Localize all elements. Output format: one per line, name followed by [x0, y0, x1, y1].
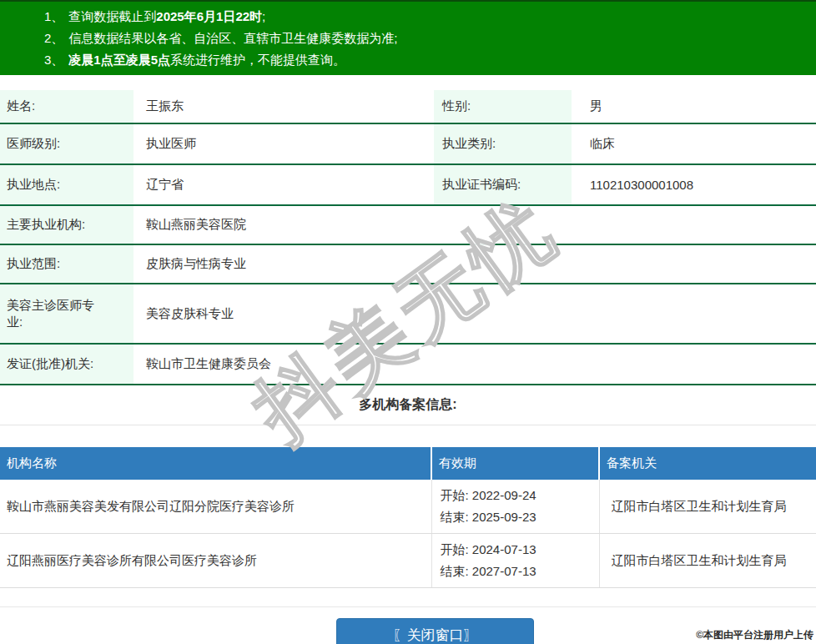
name-value: 王振东 [133, 90, 434, 123]
issuer-value: 鞍山市卫生健康委员会 [133, 344, 816, 385]
notice-number: 1、 [44, 9, 63, 23]
table-row: 鞍山市燕丽美容美发有限公司辽阳分院医疗美容诊所 开始: 2022-09-24 结… [0, 480, 816, 534]
gender-label: 性别: [434, 90, 572, 123]
issuer-label: 发证(批准)机关: [0, 344, 133, 385]
main-org-value: 鞍山燕丽美容医院 [133, 205, 816, 244]
main-org-label: 主要执业机构: [0, 205, 133, 244]
table-row: 美容主诊医师专业: 美容皮肤科专业 [0, 284, 816, 344]
close-window-button[interactable]: 〖关闭窗口〗 [336, 618, 534, 644]
org-name: 辽阳燕丽医疗美容诊所有限公司医疗美容诊所 [0, 534, 431, 588]
multi-org-section-title: 多机构备案信息: [0, 385, 816, 425]
cosmetic-specialty-label-text: 美容主诊医师专业: [7, 297, 103, 330]
table-row: 发证(批准)机关: 鞍山市卫生健康委员会 [0, 344, 816, 385]
name-label: 姓名: [0, 90, 133, 123]
notice-text: 查询数据截止到 [68, 9, 156, 23]
gender-value: 男 [572, 90, 816, 123]
scope-label: 执业范围: [0, 244, 133, 284]
scope-value: 皮肤病与性病专业 [133, 244, 816, 284]
filing-table: 机构名称 有效期 备案机关 鞍山市燕丽美容美发有限公司辽阳分院医疗美容诊所 开始… [0, 447, 816, 588]
notice-text: 信息数据结果以各省、自治区、直辖市卫生健康委数据为准; [68, 31, 397, 45]
table-row: 主要执业机构: 鞍山燕丽美容医院 [0, 205, 816, 244]
filing-header-authority: 备案机关 [599, 447, 816, 480]
notice-text: 系统进行维护，不能提供查询。 [170, 53, 345, 67]
notice-item-3: 3、凌晨1点至凌晨5点系统进行维护，不能提供查询。 [0, 49, 816, 71]
table-row: 执业地点: 辽宁省 执业证书编码: 110210300001008 [0, 164, 816, 205]
filing-header-row: 机构名称 有效期 备案机关 [0, 447, 816, 480]
notice-item-2: 2、信息数据结果以各省、自治区、直辖市卫生健康委数据为准; [0, 28, 816, 49]
category-label: 执业类别: [434, 123, 572, 164]
validity-period: 开始: 2022-09-24 结束: 2025-09-23 [431, 480, 599, 534]
cosmetic-specialty-label: 美容主诊医师专业: [0, 284, 133, 344]
notice-banner: 1、查询数据截止到2025年6月1日22时; 2、信息数据结果以各省、自治区、直… [0, 0, 816, 75]
location-value: 辽宁省 [133, 164, 434, 205]
notice-number: 2、 [44, 31, 63, 45]
location-label: 执业地点: [0, 164, 133, 205]
filing-header-org: 机构名称 [0, 447, 431, 480]
upload-credit: ©本图由平台注册用户上传 [696, 628, 813, 642]
filing-authority: 辽阳市白塔区卫生和计划生育局 [599, 534, 816, 588]
validity-end: 结束: 2025-09-23 [441, 506, 592, 528]
notice-text: ; [262, 9, 265, 23]
table-row: 多机构备案信息: [0, 385, 816, 425]
validity-period: 开始: 2024-07-13 结束: 2027-07-13 [431, 534, 599, 588]
validity-start: 开始: 2024-07-13 [441, 539, 592, 561]
level-value: 执业医师 [133, 123, 434, 164]
validity-start: 开始: 2022-09-24 [441, 485, 592, 506]
practitioner-info-table: 姓名: 王振东 性别: 男 医师级别: 执业医师 执业类别: 临床 执业地点: … [0, 90, 816, 425]
org-name: 鞍山市燕丽美容美发有限公司辽阳分院医疗美容诊所 [0, 480, 431, 534]
filing-header-validity: 有效期 [431, 447, 599, 480]
level-label: 医师级别: [0, 123, 133, 164]
notice-item-1: 1、查询数据截止到2025年6月1日22时; [0, 6, 816, 28]
category-value: 临床 [572, 123, 816, 164]
notice-number: 3、 [44, 53, 63, 67]
table-row: 辽阳燕丽医疗美容诊所有限公司医疗美容诊所 开始: 2024-07-13 结束: … [0, 534, 816, 588]
cosmetic-specialty-value: 美容皮肤科专业 [133, 284, 816, 344]
filing-authority: 辽阳市白塔区卫生和计划生育局 [599, 480, 816, 534]
notice-text-bold: 凌晨1点至凌晨5点 [68, 53, 170, 67]
table-row: 医师级别: 执业医师 执业类别: 临床 [0, 123, 816, 164]
cert-no-value: 110210300001008 [572, 164, 816, 205]
divider [0, 606, 816, 607]
table-row: 执业范围: 皮肤病与性病专业 [0, 244, 816, 284]
cert-no-label: 执业证书编码: [434, 164, 572, 205]
validity-end: 结束: 2027-07-13 [441, 561, 592, 582]
table-row: 姓名: 王振东 性别: 男 [0, 90, 816, 123]
notice-text-bold: 2025年6月1日22时 [156, 9, 262, 23]
